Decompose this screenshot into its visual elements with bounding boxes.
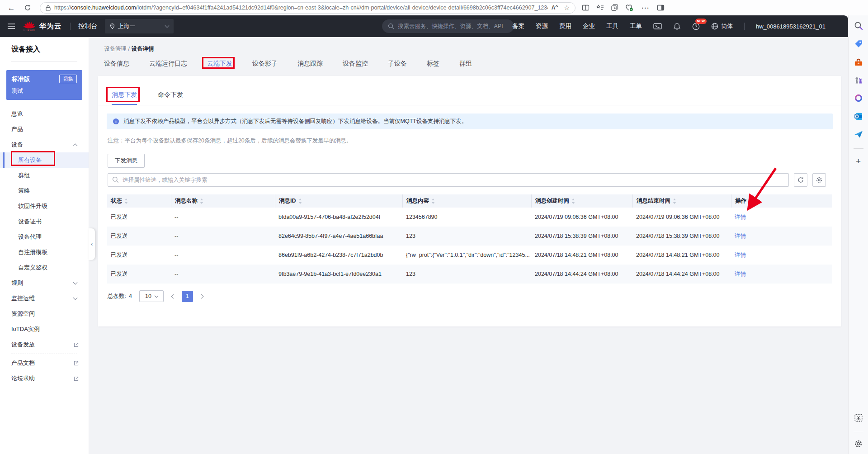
sidebar-item-resource-spaces[interactable]: 资源空间 [0, 306, 89, 322]
pagination-total-value: 4 [129, 293, 132, 299]
prev-page-icon[interactable] [172, 295, 175, 298]
refresh-icon[interactable] [23, 3, 33, 13]
sidebar-item-devices[interactable]: 设备 [0, 137, 89, 152]
detail-link[interactable]: 详情 [735, 271, 746, 277]
sidebar-menu: 总览 产品 设备 所有设备 群组 策略 软固件升级 设备证书 设备代理 自注册模… [0, 106, 89, 386]
sidebar-item-registration-template[interactable]: 自注册模板 [0, 245, 89, 260]
settings-button[interactable] [812, 173, 826, 187]
notifications-bell-icon[interactable] [673, 23, 681, 30]
column-header-id[interactable]: 消息ID [275, 194, 402, 208]
tab-device-monitoring[interactable]: 设备监控 [343, 60, 368, 72]
sidebar-item-policies[interactable]: 策略 [0, 183, 89, 199]
add-icon[interactable]: + [854, 156, 863, 166]
favorites-bar-icon[interactable] [596, 4, 604, 11]
subtab-command-delivery[interactable]: 命令下发 [158, 91, 183, 105]
screenshot-icon[interactable] [854, 413, 863, 423]
collections-icon[interactable] [611, 4, 618, 11]
nav-link-billing[interactable]: 费用 [559, 22, 571, 30]
browser-essentials-icon[interactable] [625, 4, 633, 11]
nav-link-beian[interactable]: 备案 [512, 22, 524, 30]
tab-device-shadow[interactable]: 设备影子 [252, 60, 278, 72]
refresh-button[interactable] [794, 173, 807, 187]
breadcrumb-parent[interactable]: 设备管理 [104, 46, 127, 52]
sidebar-collapse-handle[interactable]: ‹ [89, 228, 95, 260]
column-header-name[interactable]: 消息名称 [171, 194, 275, 208]
back-icon[interactable]: ← [6, 3, 16, 13]
sidebar-item-products[interactable]: 产品 [0, 122, 89, 137]
cell-status: 已发送 [107, 251, 171, 259]
nav-link-tools[interactable]: 工具 [606, 22, 618, 30]
column-header-created[interactable]: 消息创建时间 [531, 194, 632, 208]
read-aloud-icon[interactable]: A [552, 5, 559, 11]
help-icon[interactable]: NEW [692, 23, 700, 30]
drop-icon[interactable] [854, 129, 863, 139]
new-badge: NEW [695, 19, 707, 24]
sidebar-item-device-certificates[interactable]: 设备证书 [0, 214, 89, 229]
tab-device-info[interactable]: 设备信息 [104, 60, 129, 72]
sidebar-item-device-provisioning[interactable]: 设备发放 [0, 337, 89, 352]
nav-link-resources[interactable]: 资源 [536, 22, 548, 30]
sidebar-item-overview[interactable]: 总览 [0, 106, 89, 122]
sidebar-item-product-docs[interactable]: 产品文档 [0, 355, 89, 371]
language-selector[interactable]: 简体 [711, 22, 733, 30]
detail-link[interactable]: 详情 [735, 233, 746, 239]
sidebar-toggle-icon[interactable] [657, 4, 665, 11]
send-message-button[interactable]: 下发消息 [108, 154, 145, 168]
page-size-select[interactable]: 10 [139, 290, 164, 302]
toolbox-icon[interactable] [854, 57, 863, 67]
region-selector[interactable]: 上海一 [105, 19, 174, 33]
nav-link-enterprise[interactable]: 企业 [583, 22, 595, 30]
detail-link[interactable]: 详情 [735, 252, 746, 258]
tab-groups[interactable]: 群组 [459, 60, 472, 72]
sidebar-item-device-proxy[interactable]: 设备代理 [0, 229, 89, 245]
sidebar-item-ota-upgrade[interactable]: 软固件升级 [0, 199, 89, 214]
sidebar-item-monitoring[interactable]: 监控运维 [0, 291, 89, 306]
terminal-icon[interactable] [653, 23, 662, 30]
cell-created: 2024/07/18 14:48:21 GMT+08:00 [531, 252, 632, 258]
tab-child-devices[interactable]: 子设备 [388, 60, 407, 72]
m365-icon[interactable] [854, 93, 863, 103]
sidebar-item-rules[interactable]: 规则 [0, 275, 89, 291]
hamburger-icon[interactable] [7, 23, 15, 29]
tab-cloud-delivery[interactable]: 云端下发 [207, 60, 232, 72]
edge-search-icon[interactable] [854, 21, 863, 31]
split-screen-icon[interactable] [582, 4, 590, 11]
tab-cloud-run-logs[interactable]: 云端运行日志 [149, 60, 187, 72]
console-link[interactable]: 控制台 [79, 22, 98, 30]
settings-gear-icon[interactable] [854, 439, 863, 449]
filter-input[interactable] [108, 173, 789, 187]
url-bar[interactable]: https://console.huaweicloud.com/iotdm/?a… [40, 2, 576, 14]
column-header-ended[interactable]: 消息结束时间 [632, 194, 731, 208]
table-header: 状态 消息名称 消息ID 消息内容 消息创建时间 消息结束时间 操作 [107, 194, 832, 208]
tab-message-trace[interactable]: 消息跟踪 [297, 60, 323, 72]
header-search-input[interactable] [398, 23, 508, 29]
sort-icon [673, 199, 676, 204]
next-page-icon[interactable] [200, 295, 203, 298]
more-icon[interactable]: ⋯ [640, 3, 650, 13]
tab-tags[interactable]: 标签 [427, 60, 439, 72]
sidebar-item-custom-auth[interactable]: 自定义鉴权 [0, 260, 89, 275]
header-search[interactable] [382, 19, 514, 33]
switch-button[interactable]: 切换 [59, 75, 77, 83]
shopping-icon[interactable] [854, 39, 863, 49]
page-number[interactable]: 1 [182, 291, 193, 302]
column-header-content[interactable]: 消息内容 [402, 194, 531, 208]
cell-name: -- [171, 233, 275, 239]
sidebar-item-iotda-instances[interactable]: IoTDA实例 [0, 322, 89, 337]
nav-link-tickets[interactable]: 工单 [630, 22, 642, 30]
column-header-status[interactable]: 状态 [107, 194, 171, 208]
subtab-message-delivery[interactable]: 消息下发 [112, 91, 137, 105]
favorite-star-icon[interactable]: ☆ [564, 4, 570, 11]
detail-link[interactable]: 详情 [735, 214, 746, 220]
cell-id: bfda00a9-9157-4706-ba48-af2e2f52d04f [275, 214, 402, 220]
info-icon [113, 118, 119, 125]
sidebar-item-all-devices[interactable]: 所有设备 [0, 152, 89, 168]
cell-name: -- [171, 271, 275, 277]
games-icon[interactable] [854, 75, 863, 85]
outlook-icon[interactable] [854, 111, 863, 121]
cell-status: 已发送 [107, 213, 171, 221]
sidebar-item-forum-help[interactable]: 论坛求助 [0, 371, 89, 386]
huawei-logo[interactable]: HUAWEI [24, 21, 35, 32]
sidebar-item-groups[interactable]: 群组 [0, 168, 89, 183]
account-name[interactable]: hw_008618953162921_01 [756, 23, 826, 30]
